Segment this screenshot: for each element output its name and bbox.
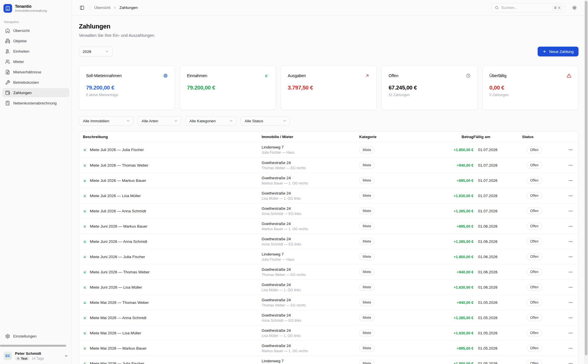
due-date: 01.05.2026 xyxy=(473,331,522,335)
search-icon xyxy=(495,6,499,10)
payment-amount: +1.630,00 € xyxy=(417,285,473,289)
payment-row: Miete Mai 2026 — Thomas WeberGoethestraß… xyxy=(79,295,578,310)
row-actions-button[interactable] xyxy=(567,284,574,290)
sidebar-item-nebenkostenabrechnung[interactable]: Nebenkostenabrechnung xyxy=(2,98,69,108)
row-actions-button[interactable] xyxy=(567,345,574,351)
breadcrumb-uebersicht[interactable]: Übersicht xyxy=(94,5,111,10)
status-badge: Offen xyxy=(527,177,542,184)
tenant-unit: Thomas Weber — EG rechts xyxy=(262,273,359,277)
sidebar-header: Tenantio Immobilienverwaltung xyxy=(2,3,69,13)
card-value: 0,00 € xyxy=(490,85,571,91)
payment-description: Miete Juli 2026 — Thomas Weber xyxy=(90,163,149,167)
filter-alle-arten[interactable]: Alle Arten xyxy=(138,116,181,125)
row-actions-button[interactable] xyxy=(567,254,574,260)
table-header: BeschreibungImmobilie / MieterKategorieB… xyxy=(79,132,578,142)
tenant-unit: Markus Bauer — 1. OG rechts xyxy=(262,227,359,231)
sidebar-item-mietverhaltnisse[interactable]: Mietverhältnisse xyxy=(2,67,69,77)
sidebar-toggle-button[interactable] xyxy=(78,4,86,12)
arrow-down-left-icon xyxy=(83,316,87,320)
payment-description: Miete Mai 2026 — Markus Bauer xyxy=(90,346,146,350)
status-badge: Offen xyxy=(527,314,542,321)
plus-icon xyxy=(543,49,547,54)
row-actions-button[interactable] xyxy=(567,360,574,364)
sidebar-item-zahlungen[interactable]: Zahlungen xyxy=(2,88,69,97)
arrow-down-left-icon xyxy=(83,239,87,244)
due-date: 01.07.2026 xyxy=(473,178,522,183)
status-badge: Offen xyxy=(527,146,542,153)
new-payment-button[interactable]: Neue Zahlung xyxy=(538,47,579,56)
chevron-down-icon xyxy=(174,119,178,123)
due-date: 01.06.2026 xyxy=(473,255,522,259)
column-header-status: Status xyxy=(522,135,565,139)
property-name: Goethestraße 24 xyxy=(262,328,359,333)
sidebar-item-mieter[interactable]: Mieter xyxy=(2,57,69,66)
vertical-scrollbar-thumb[interactable] xyxy=(585,1,587,355)
payment-description: Miete Juni 2026 — Thomas Weber xyxy=(90,270,150,274)
app-name: Tenantio xyxy=(15,4,47,9)
payment-amount: +940,00 € xyxy=(417,300,473,305)
property-name: Goethestraße 24 xyxy=(262,222,359,226)
chevron-down-icon xyxy=(283,119,287,123)
year-select[interactable]: 2026 xyxy=(79,47,113,56)
row-actions-button[interactable] xyxy=(567,299,574,306)
payment-description: Miete Juni 2026 — Markus Bauer xyxy=(90,224,147,228)
user-menu[interactable]: EC Peter Schmidt Test 14 Tage xyxy=(2,350,69,361)
table-body: Miete Juli 2026 — Julia FischerLindenweg… xyxy=(79,142,578,364)
sidebar-item-einheiten[interactable]: Einheiten xyxy=(2,47,69,56)
filter-alle-kategorien[interactable]: Alle Kategorien xyxy=(185,116,237,125)
due-date: 01.05.2026 xyxy=(473,316,522,320)
payment-amount: +1.630,00 € xyxy=(417,194,473,198)
sidebar-item-betriebskosten[interactable]: Betriebskosten xyxy=(2,78,69,87)
arrow-down-left-icon xyxy=(83,255,87,259)
arrow-down-left-icon xyxy=(83,178,87,183)
filter-alle-status[interactable]: Alle Status xyxy=(241,116,290,125)
payment-row: Miete Juni 2026 — Anna SchmidtGoethestra… xyxy=(79,234,578,249)
status-badge: Offen xyxy=(527,268,542,275)
property-name: Lindenweg 7 xyxy=(262,145,359,150)
summary-card-uberfallig: Überfällig0,00 €0 Zahlungen xyxy=(482,65,579,110)
alert-triangle-icon xyxy=(567,73,571,78)
sidebar-item-objekte[interactable]: Objekte xyxy=(2,36,69,45)
sidebar-item-ubersicht[interactable]: Übersicht xyxy=(2,26,69,35)
arrow-down-left-icon xyxy=(83,163,87,167)
more-horizontal-icon xyxy=(568,285,573,290)
category-badge: Miete xyxy=(359,253,374,260)
vertical-scrollbar[interactable] xyxy=(584,0,588,364)
row-actions-button[interactable] xyxy=(567,330,574,336)
arrow-down-left-icon xyxy=(83,346,87,350)
search-input[interactable]: Suchen... ⌘ K xyxy=(491,3,565,12)
theme-toggle-button[interactable] xyxy=(571,4,578,12)
row-actions-button[interactable] xyxy=(567,193,574,199)
due-date: 01.05.2026 xyxy=(473,346,522,350)
building-icon xyxy=(5,39,10,43)
arrow-down-left-icon xyxy=(83,300,87,305)
arrow-down-left-icon xyxy=(83,331,87,335)
payment-amount: +940,00 € xyxy=(417,270,473,274)
row-actions-button[interactable] xyxy=(567,208,574,214)
trial-days: 14 Tage xyxy=(32,357,44,361)
users-icon xyxy=(5,59,10,64)
sidebar-horizontal-scrollbar[interactable] xyxy=(0,345,66,347)
payment-row: Miete Mai 2026 — Markus BauerGoethestraß… xyxy=(79,340,578,356)
row-actions-button[interactable] xyxy=(567,162,574,168)
row-actions-button[interactable] xyxy=(567,269,574,275)
arrow-down-left-icon xyxy=(83,148,87,152)
row-actions-button[interactable] xyxy=(567,147,574,153)
property-name: Goethestraße 24 xyxy=(262,237,359,241)
clock-icon xyxy=(466,73,471,78)
file-user-icon xyxy=(5,70,10,75)
row-actions-button[interactable] xyxy=(567,238,574,245)
sidebar-item-einstellungen[interactable]: Einstellungen xyxy=(2,331,69,341)
category-badge: Miete xyxy=(359,223,374,230)
panel-left-icon xyxy=(80,5,84,10)
breadcrumb-zahlungen: Zahlungen xyxy=(119,5,138,10)
column-header-beschreibung: Beschreibung xyxy=(79,135,262,139)
payment-row: Miete Juli 2026 — Julia FischerLindenweg… xyxy=(79,142,578,157)
filter-alle-immobilien[interactable]: Alle Immobilien xyxy=(79,116,134,125)
property-name: Goethestraße 24 xyxy=(262,191,359,196)
due-date: 01.06.2026 xyxy=(473,270,522,274)
row-actions-button[interactable] xyxy=(567,315,574,321)
row-actions-button[interactable] xyxy=(567,223,574,229)
row-actions-button[interactable] xyxy=(567,177,574,184)
payment-description: Miete Mai 2026 — Lisa Müller xyxy=(90,331,141,335)
